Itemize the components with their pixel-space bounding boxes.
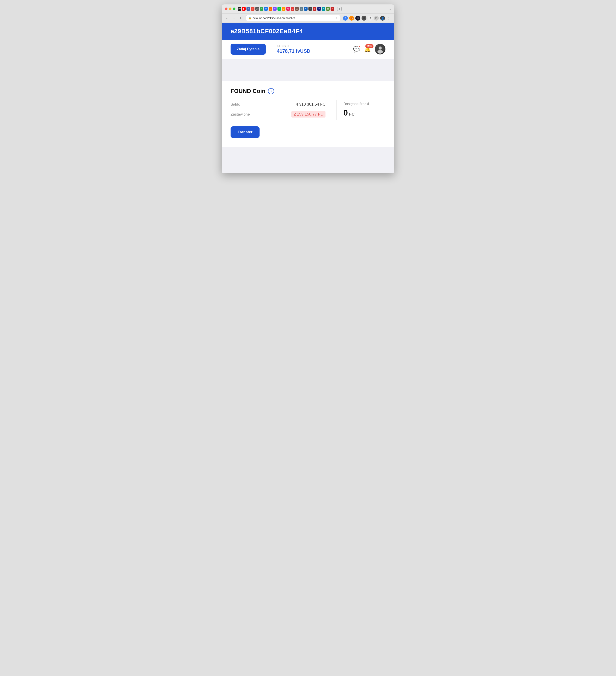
traffic-lights (225, 7, 235, 10)
tab-icon-g[interactable]: + (260, 7, 263, 11)
wallet-data-row: Saldo 4 318 301,54 FC Zastawione 2 159 1… (231, 100, 385, 120)
tab-icon-fb[interactable]: f (246, 7, 250, 11)
tab-icon-tv[interactable]: TV (238, 7, 241, 11)
chat-notification-dot (358, 45, 361, 48)
balance-label: fvUSD 👁⃠ (277, 44, 310, 48)
ask-question-button[interactable]: Zadaj Pytanie (231, 44, 266, 55)
url-bar[interactable]: 🔒 ccfound.com/pl/secured-area/wallet ☆ (246, 15, 341, 21)
svg-point-2 (377, 50, 383, 54)
available-unit: FC (349, 112, 355, 116)
tab-icon-gray[interactable]: ◀ (300, 7, 303, 11)
forward-button[interactable]: → (232, 16, 237, 20)
bottom-gray-spacer (222, 147, 394, 173)
balance-area: fvUSD 👁⃠ 4178,71 fvUSD (277, 44, 310, 54)
extension-icon-2[interactable]: 🦊 (349, 16, 354, 20)
user-avatar[interactable] (375, 44, 385, 54)
wallet-divider (336, 100, 337, 120)
tab-icon-orange[interactable]: ◎ (268, 7, 272, 11)
tab-icon-md[interactable]: Md (255, 7, 259, 11)
title-bar: TV ▶ f M Md + C ◎ V ● U U S W ◀ ≡ T ⊕ ≡ … (222, 4, 394, 13)
saldo-row: Saldo 4 318 301,54 FC (231, 100, 325, 109)
chat-button[interactable]: 💬 (353, 46, 360, 53)
tab-icon-purple[interactable]: V (273, 7, 276, 11)
profile-avatar[interactable]: 👤 (380, 16, 385, 20)
tab-icon-blue[interactable]: C (264, 7, 268, 11)
avatar-image (375, 44, 385, 54)
tab-icon-crimson[interactable]: ⊕ (313, 7, 316, 11)
extension-icon-3[interactable]: M (355, 16, 360, 20)
address-actions: G 🦊 M ⬛ ⬆ ⊡ 👤 ⋮ (343, 16, 391, 20)
tab-icon-gmail[interactable]: M (251, 7, 254, 11)
notifications-button[interactable]: 🔔 999+ (364, 46, 371, 52)
tab-icon-u[interactable]: U (282, 7, 286, 11)
saldo-label: Saldo (231, 102, 240, 107)
available-number: 0 (344, 108, 348, 117)
wallet-left: Saldo 4 318 301,54 FC Zastawione 2 159 1… (231, 100, 332, 120)
tab-icon-pink[interactable]: U (286, 7, 290, 11)
address-bar: ← → ↻ 🔒 ccfound.com/pl/secured-area/wall… (222, 13, 394, 23)
balance-amount: 4178,71 fvUSD (277, 48, 310, 54)
extension-icon-4[interactable]: ⬛ (362, 16, 366, 20)
tab-icon-dark-blue[interactable]: ≡ (304, 7, 308, 11)
section-header: FOUND Coin i (231, 88, 385, 95)
transfer-button[interactable]: Transfer (231, 126, 259, 138)
toolbar-row: Zadaj Pytanie fvUSD 👁⃠ 4178,71 fvUSD 💬 🔔… (222, 40, 394, 59)
bookmark-icon[interactable]: ☆ (335, 16, 338, 20)
toolbar-right: 💬 🔔 999+ (353, 44, 385, 54)
extension-icon-5[interactable]: ⬆ (368, 16, 373, 20)
tab-icon-dark[interactable]: T (308, 7, 312, 11)
tab-icon-red2[interactable]: S (291, 7, 294, 11)
tab-icon-brown[interactable]: W (295, 7, 299, 11)
lock-icon: 🔒 (248, 17, 252, 19)
section-title: FOUND Coin (231, 88, 265, 95)
gray-spacer (222, 59, 394, 81)
available-label: Dostępne środki (344, 102, 385, 106)
info-icon[interactable]: i (268, 88, 274, 94)
minimize-button[interactable] (229, 7, 232, 10)
reload-button[interactable]: ↻ (239, 16, 243, 20)
tab-icon-teal[interactable]: ≡ (322, 7, 325, 11)
wallet-section: FOUND Coin i Saldo 4 318 301,54 FC Zasta… (222, 81, 394, 147)
maximize-button[interactable] (233, 7, 235, 10)
available-amount: 0FC (344, 108, 385, 118)
wallet-right: Dostępne środki 0FC (341, 100, 385, 120)
menu-dots[interactable]: ⋮ (386, 16, 391, 20)
tab-overflow-button[interactable]: ⌄ (389, 7, 391, 10)
url-text: ccfound.com/pl/secured-area/wallet (253, 17, 334, 20)
cast-icon[interactable]: ⊡ (374, 16, 379, 20)
blue-banner: e29B581bCF002EeB4F4 (222, 23, 394, 40)
zastawione-value: 2 159 150,77 FC (291, 111, 325, 118)
back-button[interactable]: ← (225, 16, 230, 20)
browser-window: TV ▶ f M Md + C ◎ V ● U U S W ◀ ≡ T ⊕ ≡ … (222, 4, 394, 173)
tab-icon-navy[interactable]: ≡ (317, 7, 321, 11)
tab-icon-green[interactable]: ● (278, 7, 281, 11)
notification-badge: 999+ (365, 44, 373, 48)
tab-icon-youtube[interactable]: ▶ (242, 7, 246, 11)
tab-icon-red3[interactable]: ● (330, 7, 334, 11)
tab-icon-olive[interactable]: cc (326, 7, 330, 11)
tab-bar: TV ▶ f M Md + C ◎ V ● U U S W ◀ ≡ T ⊕ ≡ … (238, 7, 334, 11)
page-content: e29B581bCF002EeB4F4 Zadaj Pytanie fvUSD … (222, 23, 394, 173)
zastawione-row: Zastawione 2 159 150,77 FC (231, 109, 325, 120)
close-button[interactable] (225, 7, 228, 10)
hide-balance-icon[interactable]: 👁⃠ (288, 44, 290, 48)
zastawione-label: Zastawione (231, 112, 250, 117)
svg-point-1 (379, 47, 382, 50)
extension-icon-1[interactable]: G (343, 16, 348, 20)
saldo-value: 4 318 301,54 FC (296, 102, 325, 107)
address-hash: e29B581bCF002EeB4F4 (231, 28, 385, 35)
new-tab-button[interactable]: + (337, 7, 342, 11)
balance-currency: fvUSD (277, 45, 286, 48)
